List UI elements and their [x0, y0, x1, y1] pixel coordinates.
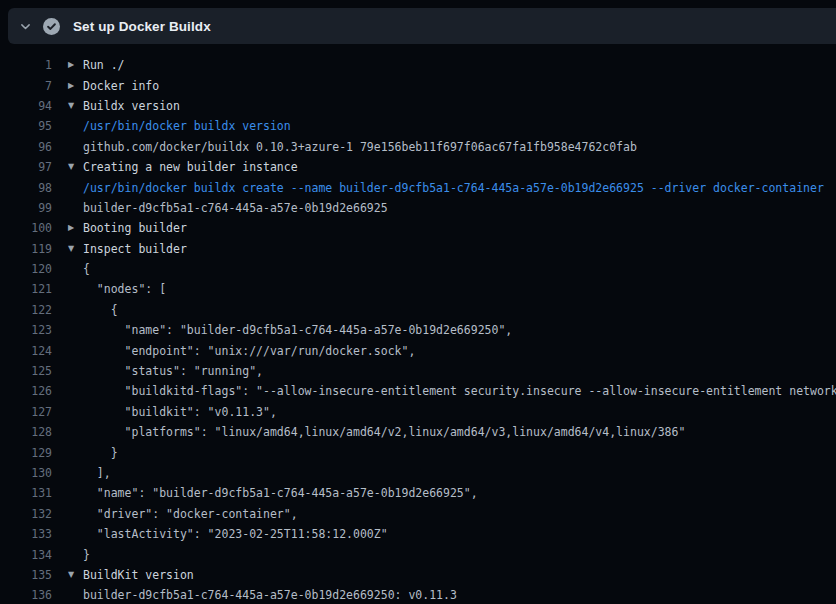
log-line: 125 "status": "running", — [0, 361, 836, 381]
log-text: "buildkitd-flags": "--allow-insecure-ent… — [83, 384, 836, 398]
log-line: 126 "buildkitd-flags": "--allow-insecure… — [0, 381, 836, 401]
line-number[interactable]: 134 — [0, 548, 52, 562]
log-group-label[interactable]: BuildKit version — [83, 568, 194, 582]
log-line: 119 ▼ Inspect builder — [0, 239, 836, 259]
line-number[interactable]: 128 — [0, 425, 52, 439]
log-line: 95 /usr/bin/docker buildx version — [0, 116, 836, 136]
log-area: 1 ▶ Run ./ 7 ▶ Docker info 94 ▼ Buildx v… — [0, 44, 836, 604]
triangle-down-icon[interactable]: ▼ — [52, 163, 83, 171]
step-success-check-icon — [43, 18, 60, 35]
triangle-right-icon[interactable]: ▶ — [52, 82, 83, 90]
step-title: Set up Docker Buildx — [73, 19, 211, 34]
log-text: /usr/bin/docker buildx version — [83, 119, 291, 133]
log-text: ], — [83, 466, 111, 480]
line-number[interactable]: 99 — [0, 201, 52, 215]
log-group-label[interactable]: Booting builder — [83, 221, 187, 235]
chevron-down-icon[interactable] — [17, 18, 33, 34]
log-line: 132 "driver": "docker-container", — [0, 504, 836, 524]
log-line: 94 ▼ Buildx version — [0, 96, 836, 116]
log-text: "status": "running", — [83, 364, 263, 378]
log-text: { — [83, 262, 90, 276]
log-line: 134 } — [0, 544, 836, 564]
log-line: 128 "platforms": "linux/amd64,linux/amd6… — [0, 422, 836, 442]
triangle-down-icon[interactable]: ▼ — [52, 245, 83, 253]
log-text: "name": "builder-d9cfb5a1-c764-445a-a57e… — [83, 486, 478, 500]
log-text: github.com/docker/buildx 0.10.3+azure-1 … — [83, 140, 637, 154]
line-number[interactable]: 125 — [0, 364, 52, 378]
log-text: "driver": "docker-container", — [83, 507, 298, 521]
line-number[interactable]: 131 — [0, 486, 52, 500]
log-group-label[interactable]: Creating a new builder instance — [83, 160, 298, 174]
log-group-label[interactable]: Run ./ — [83, 58, 125, 72]
line-number[interactable]: 98 — [0, 181, 52, 195]
triangle-right-icon[interactable]: ▶ — [52, 224, 83, 232]
line-number[interactable]: 96 — [0, 140, 52, 154]
line-number[interactable]: 122 — [0, 303, 52, 317]
line-number[interactable]: 121 — [0, 282, 52, 296]
log-line: 122 { — [0, 300, 836, 320]
log-line: 131 "name": "builder-d9cfb5a1-c764-445a-… — [0, 483, 836, 503]
line-number[interactable]: 136 — [0, 588, 52, 602]
log-line: 135 ▼ BuildKit version — [0, 565, 836, 585]
log-group-label[interactable]: Inspect builder — [83, 242, 187, 256]
line-number[interactable]: 95 — [0, 119, 52, 133]
line-number[interactable]: 7 — [0, 79, 52, 93]
log-line: 133 "lastActivity": "2023-02-25T11:58:12… — [0, 524, 836, 544]
line-number[interactable]: 126 — [0, 384, 52, 398]
log-text: /usr/bin/docker buildx create --name bui… — [83, 181, 824, 195]
log-group-label[interactable]: Docker info — [83, 79, 159, 93]
line-number[interactable]: 135 — [0, 568, 52, 582]
log-text: } — [83, 446, 118, 460]
log-text: builder-d9cfb5a1-c764-445a-a57e-0b19d2e6… — [83, 588, 457, 602]
log-group-label[interactable]: Buildx version — [83, 99, 180, 113]
log-text: } — [83, 548, 90, 562]
log-text: { — [83, 303, 118, 317]
line-number[interactable]: 130 — [0, 466, 52, 480]
line-number[interactable]: 133 — [0, 527, 52, 541]
log-line: 98 /usr/bin/docker buildx create --name … — [0, 177, 836, 197]
log-line: 129 } — [0, 442, 836, 462]
log-line: 97 ▼ Creating a new builder instance — [0, 157, 836, 177]
triangle-down-icon[interactable]: ▼ — [52, 102, 83, 110]
log-line: 7 ▶ Docker info — [0, 75, 836, 95]
line-number[interactable]: 94 — [0, 99, 52, 113]
line-number[interactable]: 124 — [0, 344, 52, 358]
line-number[interactable]: 127 — [0, 405, 52, 419]
log-line: 136 builder-d9cfb5a1-c764-445a-a57e-0b19… — [0, 585, 836, 604]
line-number[interactable]: 123 — [0, 323, 52, 337]
log-line: 127 "buildkit": "v0.11.3", — [0, 402, 836, 422]
log-line: 124 "endpoint": "unix:///var/run/docker.… — [0, 340, 836, 360]
log-text: "endpoint": "unix:///var/run/docker.sock… — [83, 344, 415, 358]
log-text: "lastActivity": "2023-02-25T11:58:12.000… — [83, 527, 388, 541]
log-line: 100 ▶ Booting builder — [0, 218, 836, 238]
triangle-right-icon[interactable]: ▶ — [52, 61, 83, 69]
log-text: builder-d9cfb5a1-c764-445a-a57e-0b19d2e6… — [83, 201, 388, 215]
log-text: "platforms": "linux/amd64,linux/amd64/v2… — [83, 425, 685, 439]
log-line: 1 ▶ Run ./ — [0, 55, 836, 75]
log-text: "buildkit": "v0.11.3", — [83, 405, 277, 419]
log-line: 120 { — [0, 259, 836, 279]
line-number[interactable]: 120 — [0, 262, 52, 276]
log-line: 121 "nodes": [ — [0, 279, 836, 299]
log-text: "name": "builder-d9cfb5a1-c764-445a-a57e… — [83, 323, 512, 337]
log-line: 130 ], — [0, 463, 836, 483]
log-text: "nodes": [ — [83, 282, 166, 296]
line-number[interactable]: 97 — [0, 160, 52, 174]
line-number[interactable]: 100 — [0, 221, 52, 235]
log-line: 123 "name": "builder-d9cfb5a1-c764-445a-… — [0, 320, 836, 340]
line-number[interactable]: 132 — [0, 507, 52, 521]
line-number[interactable]: 119 — [0, 242, 52, 256]
step-header[interactable]: Set up Docker Buildx — [8, 8, 836, 44]
line-number[interactable]: 129 — [0, 446, 52, 460]
log-line: 99 builder-d9cfb5a1-c764-445a-a57e-0b19d… — [0, 198, 836, 218]
log-line: 96 github.com/docker/buildx 0.10.3+azure… — [0, 137, 836, 157]
line-number[interactable]: 1 — [0, 58, 52, 72]
triangle-down-icon[interactable]: ▼ — [52, 571, 83, 579]
